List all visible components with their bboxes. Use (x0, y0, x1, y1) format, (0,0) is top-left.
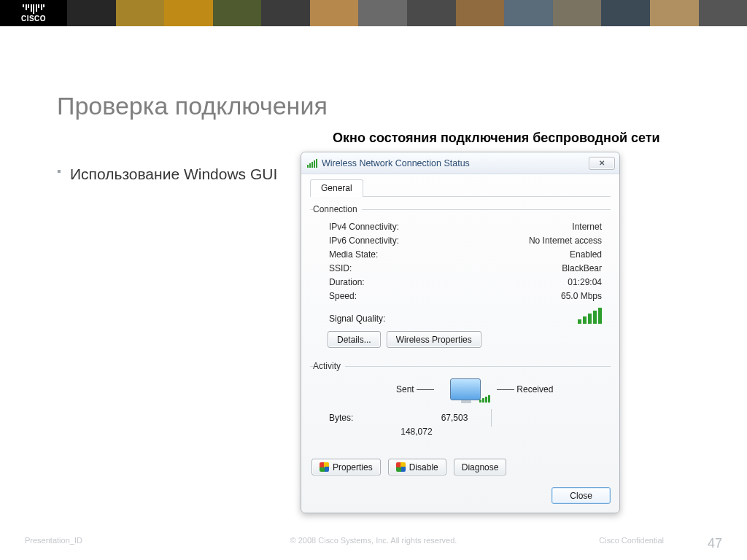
ipv6-value: No Internet access (529, 236, 602, 246)
close-icon[interactable]: ✕ (589, 157, 615, 170)
close-button[interactable]: Close (551, 487, 611, 504)
bullet-list: Использование Windows GUI (57, 152, 283, 513)
ipv6-label: IPv6 Connectivity: (329, 236, 399, 246)
media-value: Enabled (570, 249, 602, 260)
network-monitor-icon (450, 378, 481, 400)
ssid-label: SSID: (329, 263, 352, 273)
tab-strip: General (310, 179, 611, 197)
slide-subtitle: Окно состояния подключения беспроводной … (333, 131, 694, 146)
duration-value: 01:29:04 (568, 277, 602, 287)
media-label: Media State: (329, 249, 378, 260)
speed-label: Speed: (329, 291, 357, 301)
activity-legend: Activity (313, 361, 345, 371)
properties-button[interactable]: Properties (311, 459, 381, 475)
duration-label: Duration: (329, 277, 365, 287)
ipv4-value: Internet (572, 222, 602, 232)
tab-general[interactable]: General (310, 179, 363, 197)
cisco-bars-icon (23, 4, 44, 14)
top-bar: cisco (0, 0, 747, 26)
details-button[interactable]: Details... (328, 331, 381, 348)
shield-icon (396, 462, 406, 472)
speed-value: 65.0 Mbps (561, 291, 602, 301)
wireless-properties-button[interactable]: Wireless Properties (387, 331, 481, 348)
sent-label: Sent —— (329, 384, 450, 394)
connection-group: Connection IPv4 Connectivity:Internet IP… (310, 204, 611, 357)
wireless-status-dialog: Wireless Network Connection Status ✕ Gen… (301, 152, 620, 513)
signal-bars-icon (578, 308, 602, 324)
cisco-logo-text: cisco (21, 15, 46, 23)
received-bytes: 148,072 (329, 427, 441, 437)
disable-button[interactable]: Disable (388, 459, 446, 475)
collage-strip (67, 0, 747, 26)
signal-bars-icon (307, 159, 317, 168)
ipv4-label: IPv4 Connectivity: (329, 222, 399, 232)
slide-title: Проверка подключения (57, 92, 694, 120)
diagnose-button[interactable]: Diagnose (454, 459, 507, 475)
received-label: —— Received (481, 384, 602, 394)
bytes-divider (491, 409, 492, 427)
footer-center: © 2008 Cisco Systems, Inc. All rights re… (0, 536, 747, 545)
sent-bytes: 67,503 (441, 413, 490, 423)
connection-legend: Connection (313, 204, 362, 214)
ssid-value: BlackBear (562, 263, 602, 273)
dialog-titlebar[interactable]: Wireless Network Connection Status ✕ (301, 152, 619, 174)
signal-label: Signal Quality: (329, 314, 385, 324)
dialog-title: Wireless Network Connection Status (322, 158, 589, 168)
bullet-item: Использование Windows GUI (57, 165, 283, 184)
bytes-label: Bytes: (329, 413, 441, 423)
shield-icon (320, 462, 329, 472)
slide-body: Проверка подключения Окно состояния подк… (0, 26, 747, 513)
slide-footer: Presentation_ID © 2008 Cisco Systems, In… (0, 536, 747, 551)
cisco-logo: cisco (0, 0, 67, 26)
activity-group: Activity Sent —— —— Received Bytes: 67,5… (310, 361, 611, 444)
